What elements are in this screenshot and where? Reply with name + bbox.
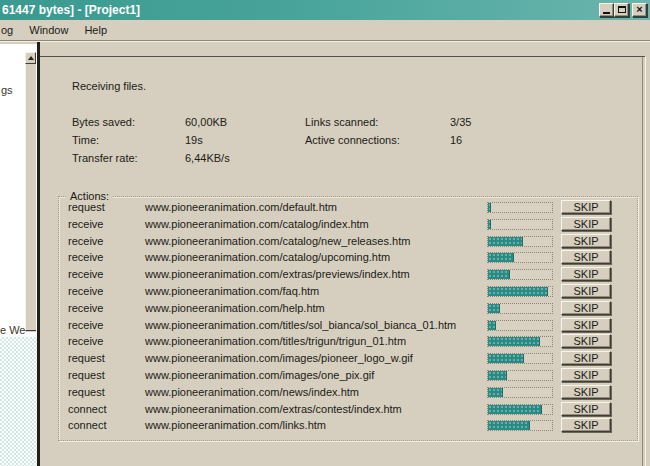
menu-item-og[interactable]: og (0, 22, 21, 38)
progress-bar (487, 269, 553, 280)
progress-bar (487, 404, 553, 415)
action-type: connect (68, 419, 107, 431)
skip-button[interactable]: SKIP (561, 250, 611, 264)
skip-button[interactable]: SKIP (561, 301, 611, 315)
action-row: request www.pioneeranimation.com/images/… (58, 350, 638, 367)
skip-button[interactable]: SKIP (561, 385, 611, 399)
progress-bar (487, 353, 553, 364)
progress-bar-fill (488, 304, 500, 313)
action-url: www.pioneeranimation.com/catalog/index.h… (145, 218, 369, 230)
progress-bar-fill (488, 287, 548, 296)
active-connections-value: 16 (450, 134, 462, 146)
progress-bar-fill (488, 237, 523, 246)
action-url: www.pioneeranimation.com/catalog/upcomin… (145, 251, 390, 263)
progress-bar (487, 420, 553, 431)
action-url: www.pioneeranimation.com/catalog/new_rel… (145, 235, 410, 247)
action-row: connect www.pioneeranimation.com/links.h… (58, 417, 638, 434)
action-url: www.pioneeranimation.com/default.htm (145, 201, 337, 213)
progress-bar (487, 336, 553, 347)
window-maximize-button[interactable] (614, 3, 629, 17)
window-close-button[interactable]: × (632, 3, 647, 17)
scrollbar-track-dither (0, 337, 37, 466)
progress-bar (487, 320, 553, 331)
bytes-saved-value: 60,00KB (185, 116, 227, 128)
action-type: request (68, 386, 105, 398)
progress-bar-fill (488, 321, 496, 330)
skip-button[interactable]: SKIP (561, 267, 611, 281)
action-type: request (68, 352, 105, 364)
progress-bar-fill (488, 203, 491, 212)
skip-button[interactable]: SKIP (561, 402, 611, 416)
action-row: request www.pioneeranimation.com/images/… (58, 367, 638, 384)
scrollbar-thumb[interactable] (25, 64, 36, 331)
skip-button[interactable]: SKIP (561, 318, 611, 332)
sidebar-text-fragment: gs (1, 84, 13, 96)
action-url: www.pioneeranimation.com/faq.htm (145, 285, 319, 297)
skip-button[interactable]: SKIP (561, 418, 611, 432)
minimize-icon (603, 12, 610, 14)
skip-button[interactable]: SKIP (561, 351, 611, 365)
action-url: www.pioneeranimation.com/links.htm (145, 419, 326, 431)
progress-bar (487, 236, 553, 247)
transfer-rate-label: Transfer rate: (72, 152, 138, 164)
scrollbar-up-button[interactable] (25, 52, 36, 64)
active-connections-label: Active connections: (305, 134, 400, 146)
progress-bar-fill (488, 337, 540, 346)
title-bar: 61447 bytes] - [Project1] (0, 0, 650, 20)
skip-button[interactable]: SKIP (561, 234, 611, 248)
action-url: www.pioneeranimation.com/titles/sol_bian… (145, 319, 456, 331)
links-scanned-label: Links scanned: (305, 116, 378, 128)
action-row: connect www.pioneeranimation.com/extras/… (58, 401, 638, 418)
action-url: www.pioneeranimation.com/extras/contest/… (145, 403, 402, 415)
action-type: receive (68, 268, 103, 280)
progress-bar-fill (488, 270, 510, 279)
time-label: Time: (72, 134, 99, 146)
menu-item-window[interactable]: Window (21, 22, 76, 38)
action-row: receive www.pioneeranimation.com/titles/… (58, 333, 638, 350)
menu-item-help[interactable]: Help (76, 22, 115, 38)
action-row: receive www.pioneeranimation.com/extras/… (58, 266, 638, 283)
action-row: receive www.pioneeranimation.com/titles/… (58, 317, 638, 334)
action-url: www.pioneeranimation.com/images/one_pix.… (145, 369, 374, 381)
action-url: www.pioneeranimation.com/images/pioneer_… (145, 352, 413, 364)
skip-button[interactable]: SKIP (561, 368, 611, 382)
menu-bar: og Window Help (0, 20, 650, 40)
maximize-icon (618, 6, 626, 13)
progress-bar (487, 202, 553, 213)
action-row: receive www.pioneeranimation.com/catalog… (58, 216, 638, 233)
action-row: request www.pioneeranimation.com/default… (58, 199, 638, 216)
links-scanned-value: 3/35 (450, 116, 471, 128)
progress-bar-fill (488, 388, 503, 397)
main-panel-right-edge (642, 57, 643, 466)
progress-bar (487, 252, 553, 263)
skip-button[interactable]: SKIP (561, 334, 611, 348)
time-value: 19s (185, 134, 203, 146)
action-type: connect (68, 403, 107, 415)
window-minimize-button[interactable] (599, 3, 614, 17)
skip-button[interactable]: SKIP (561, 200, 611, 214)
action-row: receive www.pioneeranimation.com/catalog… (58, 249, 638, 266)
sidebar-scrollbar[interactable] (25, 52, 36, 332)
action-type: receive (68, 218, 103, 230)
action-type: receive (68, 251, 103, 263)
transfer-rate-value: 6,44KB/s (185, 152, 230, 164)
progress-bar (487, 219, 553, 230)
progress-bar-fill (488, 421, 530, 430)
progress-bar (487, 303, 553, 314)
action-type: receive (68, 319, 103, 331)
action-type: request (68, 201, 105, 213)
progress-bar (487, 370, 553, 381)
progress-bar-fill (488, 371, 507, 380)
action-row: receive www.pioneeranimation.com/help.ht… (58, 300, 638, 317)
skip-button[interactable]: SKIP (561, 217, 611, 231)
progress-bar-fill (488, 253, 514, 262)
status-message: Receiving files. (72, 80, 146, 92)
main-panel-right-highlight (645, 57, 646, 466)
skip-button[interactable]: SKIP (561, 284, 611, 298)
action-url: www.pioneeranimation.com/news/index.htm (145, 386, 359, 398)
action-row: request www.pioneeranimation.com/news/in… (58, 384, 638, 401)
action-type: receive (68, 335, 103, 347)
close-icon: × (633, 3, 646, 15)
action-row: receive www.pioneeranimation.com/catalog… (58, 233, 638, 250)
action-type: request (68, 369, 105, 381)
